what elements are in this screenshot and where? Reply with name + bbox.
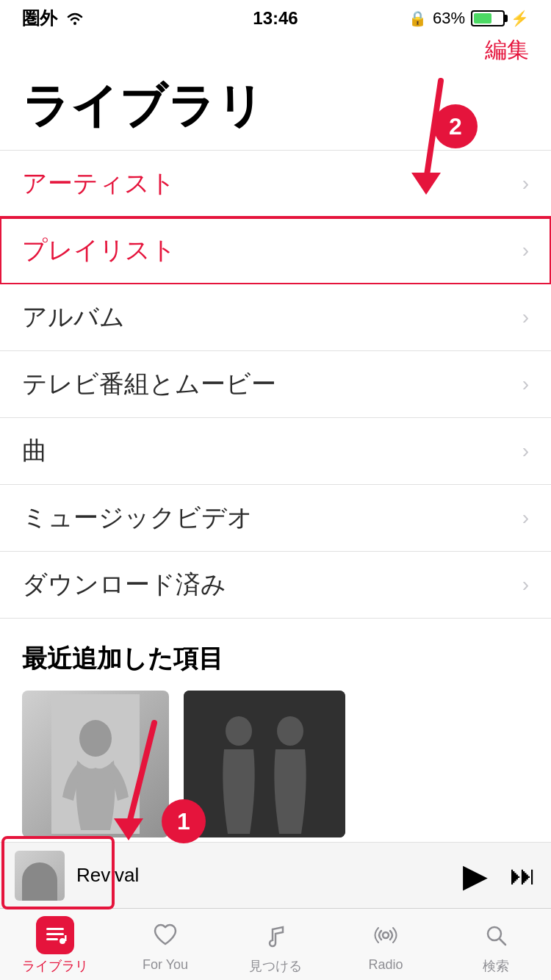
chevron-artists: › — [522, 172, 529, 195]
tab-browse[interactable]: 見つける — [220, 916, 331, 975]
np-album-art — [15, 851, 65, 901]
page-title: ライブラリ — [0, 71, 551, 150]
battery-fill — [474, 13, 491, 24]
svg-rect-6 — [46, 928, 64, 930]
library-icon — [43, 923, 67, 947]
svg-point-4 — [226, 716, 252, 746]
svg-rect-8 — [46, 938, 58, 940]
tab-foryou[interactable]: For You — [110, 916, 220, 973]
list-item-songs[interactable]: 曲 › — [0, 418, 551, 485]
tab-library[interactable]: ライブラリ — [0, 916, 110, 975]
chevron-songs: › — [522, 439, 529, 463]
album-silhouette-2 — [184, 691, 345, 837]
list-item-playlists[interactable]: プレイリスト › — [0, 217, 551, 284]
tab-library-label: ライブラリ — [22, 957, 88, 975]
now-playing-bar[interactable]: Revival ▶ ⏭ — [0, 842, 551, 908]
status-left: 圏外 — [22, 7, 85, 30]
list-item-downloaded-label: ダウンロード済み — [22, 568, 226, 602]
list-item-playlists-label: プレイリスト — [22, 234, 176, 267]
tab-radio-label: Radio — [368, 957, 403, 973]
edit-bar: 編集 — [0, 32, 551, 71]
heart-icon — [152, 922, 179, 948]
chevron-tv: › — [522, 372, 529, 396]
np-play-button[interactable]: ▶ — [463, 857, 488, 894]
battery-percent: 63% — [433, 9, 465, 28]
np-controls: ▶ ⏭ — [463, 857, 536, 894]
list-item-artists-label: アーティスト — [22, 167, 176, 201]
list-item-downloaded[interactable]: ダウンロード済み › — [0, 552, 551, 619]
tab-search-label: 検索 — [483, 957, 509, 975]
note-icon — [262, 922, 289, 948]
svg-point-2 — [79, 720, 112, 757]
np-forward-button[interactable]: ⏭ — [510, 860, 536, 891]
chevron-albums: › — [522, 306, 529, 329]
svg-point-5 — [277, 716, 303, 746]
chevron-musicvideo: › — [522, 506, 529, 530]
recent-card-1[interactable] — [22, 691, 169, 837]
np-title: Revival — [76, 864, 139, 886]
tab-radio[interactable]: Radio — [331, 916, 441, 973]
status-bar: 圏外 13:46 🔒 63% ⚡ — [0, 0, 551, 32]
svg-point-0 — [73, 22, 76, 25]
search-icon — [483, 922, 509, 948]
tab-bar: ライブラリ For You 見つける Radi — [0, 908, 551, 980]
radio-icon — [372, 922, 399, 948]
recent-section-title: 最近追加した項目 — [0, 619, 551, 691]
list-item-albums[interactable]: アルバム › — [0, 284, 551, 351]
svg-rect-10 — [65, 935, 67, 941]
edit-button[interactable]: 編集 — [485, 35, 529, 65]
list-item-albums-label: アルバム — [22, 300, 125, 334]
tab-browse-icon-wrap — [256, 916, 295, 954]
recent-card-1-image — [22, 691, 169, 837]
lock-icon: 🔒 — [408, 10, 427, 27]
recent-items — [0, 691, 551, 837]
svg-point-11 — [383, 932, 389, 938]
tab-search-icon-wrap — [477, 916, 515, 954]
tab-browse-label: 見つける — [249, 957, 302, 975]
list-item-artists[interactable]: アーティスト › — [0, 151, 551, 217]
svg-line-13 — [500, 939, 505, 945]
battery-bar — [471, 10, 505, 26]
carrier-text: 圏外 — [22, 7, 57, 30]
recent-card-2[interactable] — [184, 691, 345, 837]
tab-foryou-label: For You — [143, 957, 188, 973]
tab-radio-icon-wrap — [367, 916, 405, 954]
np-album-figure — [22, 862, 57, 901]
np-info: Revival — [76, 864, 451, 887]
chevron-downloaded: › — [522, 573, 529, 597]
tab-search[interactable]: 検索 — [441, 916, 551, 975]
album-silhouette-1 — [51, 694, 140, 834]
tab-library-icon-wrap — [36, 916, 74, 954]
list-item-tv[interactable]: テレビ番組とムービー › — [0, 351, 551, 418]
tab-foryou-icon-wrap — [146, 916, 184, 954]
svg-rect-7 — [46, 933, 64, 935]
list-item-musicvideo-label: ミュージックビデオ — [22, 501, 253, 535]
wifi-icon — [65, 11, 85, 26]
chevron-playlists: › — [522, 239, 529, 262]
list-item-musicvideo[interactable]: ミュージックビデオ › — [0, 485, 551, 552]
recent-card-2-image — [184, 691, 345, 837]
charging-icon: ⚡ — [511, 10, 529, 27]
svg-point-9 — [60, 938, 65, 944]
album-art-2 — [184, 691, 345, 837]
list-item-tv-label: テレビ番組とムービー — [22, 367, 276, 401]
svg-rect-3 — [184, 691, 345, 837]
library-list: アーティスト › プレイリスト › アルバム › テレビ番組とムービー › 曲 … — [0, 150, 551, 619]
status-time: 13:46 — [253, 8, 298, 29]
list-item-songs-label: 曲 — [22, 434, 47, 468]
status-right: 🔒 63% ⚡ — [408, 9, 529, 28]
album-art-1 — [22, 691, 169, 837]
